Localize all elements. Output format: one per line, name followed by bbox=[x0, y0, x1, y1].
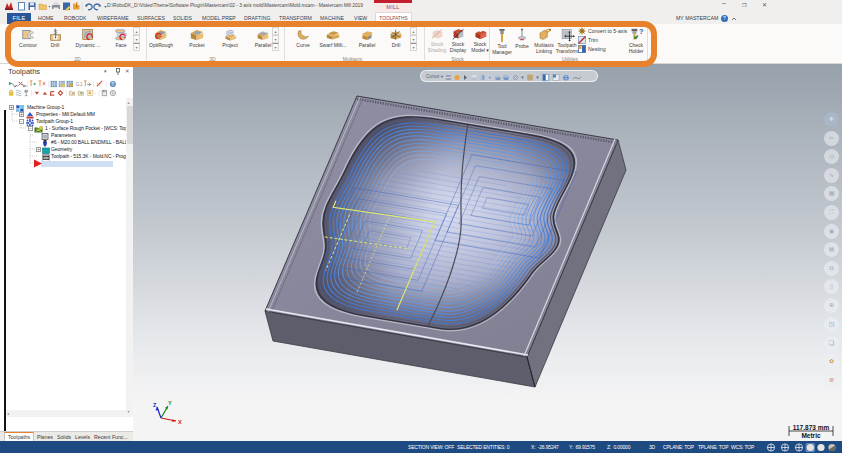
svg-text:G1: G1 bbox=[76, 81, 83, 87]
svg-text:Y: Y bbox=[168, 400, 172, 406]
svg-text:117.873 mm: 117.873 mm bbox=[793, 424, 830, 431]
svg-text:·: · bbox=[94, 90, 96, 96]
svg-text:Z: Z bbox=[153, 402, 157, 408]
svg-text:X: X bbox=[178, 419, 182, 425]
svg-text:Metric: Metric bbox=[801, 432, 821, 439]
svg-text:?: ? bbox=[111, 82, 114, 87]
